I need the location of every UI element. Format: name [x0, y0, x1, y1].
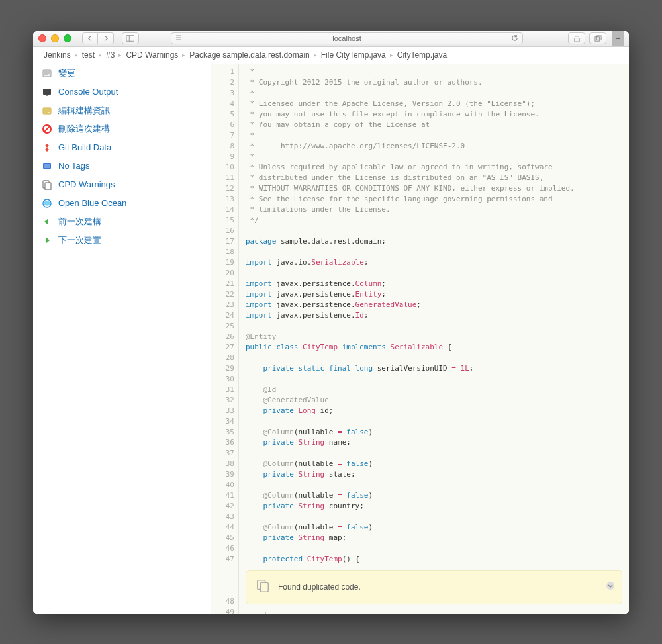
breadcrumbs: Jenkins▸test▸#3▸CPD Warnings▸Package sam…: [33, 47, 629, 64]
url-bar[interactable]: localhost: [171, 32, 523, 44]
svg-point-21: [606, 582, 614, 590]
sidebar-item[interactable]: 前一次建構: [33, 212, 211, 231]
line-number: 1: [211, 67, 234, 77]
code-line: import javax.persistence.GeneratedValue;: [246, 300, 629, 310]
code-line: * Licensed under the Apache License, Ver…: [246, 99, 629, 109]
code-line: */: [246, 215, 629, 226]
maximize-window-button[interactable]: [64, 34, 71, 42]
code-line: private String state;: [246, 469, 629, 480]
code-line: * See the License for the specific langu…: [246, 194, 629, 205]
code-line: [246, 512, 629, 522]
sidebar-item[interactable]: 下一次建置: [33, 231, 211, 250]
sidebar-item-label: Git Build Data: [58, 142, 111, 152]
sidebar-item-icon: [41, 105, 53, 116]
code-line: * You may obtain a copy of the License a…: [246, 120, 629, 130]
share-button[interactable]: [568, 32, 585, 44]
breadcrumb-item[interactable]: #3: [102, 50, 118, 60]
svg-rect-0: [126, 36, 134, 42]
sidebar: 變更Console Output編輯建構資訊刪除這次建構Git Build Da…: [33, 64, 211, 614]
code-line: @Column(nullable = false): [246, 522, 629, 533]
code-line: * limitations under the License.: [246, 205, 629, 215]
forward-button[interactable]: [98, 32, 114, 44]
breadcrumb-item[interactable]: test: [78, 50, 99, 60]
line-number: 23: [211, 300, 234, 310]
line-number: 20: [211, 268, 234, 279]
code-view[interactable]: * * Copyright 2012-2015 the original aut…: [239, 64, 629, 614]
sidebar-item[interactable]: No Tags: [33, 157, 211, 175]
sidebar-item-label: Open Blue Ocean: [58, 198, 126, 208]
code-line: [246, 480, 629, 490]
code-line: private String name;: [246, 437, 629, 448]
sidebar-item-icon: [41, 179, 53, 191]
line-number: 24: [211, 310, 234, 321]
code-line: [246, 247, 629, 257]
code-line: import javax.persistence.Entity;: [246, 289, 629, 300]
duplicate-code-warning[interactable]: Found duplicated code.: [246, 570, 622, 604]
line-number: 47: [211, 554, 234, 565]
reader-icon: [175, 34, 182, 42]
breadcrumb-item[interactable]: Package sample.data.rest.domain: [185, 50, 313, 60]
svg-rect-10: [46, 95, 48, 96]
sidebar-toggle-button[interactable]: [122, 32, 139, 44]
sidebar-item-label: 編輯建構資訊: [58, 105, 110, 116]
expand-icon[interactable]: [606, 581, 615, 593]
line-number: 25: [211, 321, 234, 332]
line-number: 42: [211, 501, 234, 512]
sidebar-item-label: No Tags: [58, 161, 89, 171]
svg-rect-15: [44, 164, 50, 168]
sidebar-item-label: 下一次建置: [58, 234, 101, 246]
code-line: @GeneratedValue: [246, 395, 629, 406]
sidebar-item[interactable]: 變更: [33, 64, 211, 83]
breadcrumb-item[interactable]: CPD Warnings: [122, 50, 182, 60]
line-number: 5: [211, 109, 234, 120]
code-line: [246, 268, 629, 279]
reload-icon[interactable]: [511, 34, 518, 43]
code-line: * http://www.apache.org/licenses/LICENSE…: [246, 141, 629, 152]
line-number: 32: [211, 395, 234, 406]
code-line: [246, 353, 629, 363]
line-number: 13: [211, 194, 234, 205]
sidebar-item-label: CPD Warnings: [58, 179, 115, 189]
line-number: 14: [211, 205, 234, 215]
line-number: 16: [211, 226, 234, 236]
back-button[interactable]: [82, 32, 98, 44]
line-number: 28: [211, 353, 234, 363]
titlebar: localhost +: [33, 31, 629, 47]
line-number: 10: [211, 162, 234, 173]
code-line: @Column(nullable = false): [246, 459, 629, 469]
new-tab-button[interactable]: +: [612, 31, 624, 47]
sidebar-item-label: 變更: [58, 68, 75, 79]
line-number: 33: [211, 406, 234, 416]
sidebar-item[interactable]: 編輯建構資訊: [33, 101, 211, 120]
line-number: 12: [211, 183, 234, 194]
sidebar-item[interactable]: Open Blue Ocean: [33, 194, 211, 212]
minimize-window-button[interactable]: [51, 34, 59, 42]
line-number: 3: [211, 88, 234, 99]
code-line: * distributed under the License is distr…: [246, 173, 629, 183]
code-line: import javax.persistence.Id;: [246, 310, 629, 321]
code-line: protected CityTemp() {: [246, 554, 629, 565]
content: 變更Console Output編輯建構資訊刪除這次建構Git Build Da…: [33, 64, 629, 614]
close-window-button[interactable]: [38, 34, 46, 42]
code-line: @Entity: [246, 332, 629, 342]
code-line: [246, 321, 629, 332]
breadcrumb-item[interactable]: CityTemp.java: [393, 50, 451, 60]
code-line: [246, 448, 629, 459]
svg-rect-17: [45, 183, 51, 190]
sidebar-item[interactable]: CPD Warnings: [33, 175, 211, 194]
line-number: 18: [211, 247, 234, 257]
breadcrumb-item[interactable]: Jenkins: [40, 50, 75, 60]
code-line: private String map;: [246, 533, 629, 543]
tabs-button[interactable]: [589, 32, 606, 44]
breadcrumb-item[interactable]: File CityTemp.java: [317, 50, 390, 60]
code-line: * you may not use this file except in co…: [246, 109, 629, 120]
sidebar-item[interactable]: 刪除這次建構: [33, 120, 211, 138]
line-number: 29: [211, 363, 234, 374]
sidebar-item[interactable]: Git Build Data: [33, 138, 211, 157]
code-line: [246, 226, 629, 236]
line-number: 26: [211, 332, 234, 342]
sidebar-item[interactable]: Console Output: [33, 83, 211, 101]
code-line: @Id: [246, 385, 629, 395]
code-line: *: [246, 130, 629, 141]
line-number: 40: [211, 480, 234, 490]
